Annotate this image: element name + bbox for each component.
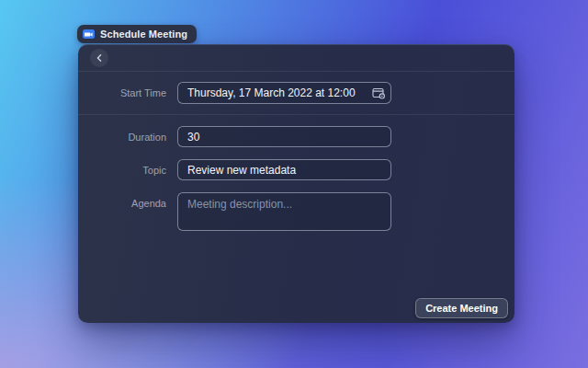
agenda-textarea[interactable] [177, 192, 391, 231]
schedule-meeting-dialog: Start Time Duration [78, 44, 514, 323]
start-time-input-wrap [177, 82, 391, 104]
chevron-left-icon [96, 54, 102, 62]
duration-input[interactable] [177, 126, 391, 147]
agenda-label: Agenda [78, 198, 177, 209]
dialog-header [78, 44, 514, 72]
window-title-tag: Schedule Meeting [77, 25, 197, 43]
agenda-row: Agenda [78, 192, 514, 231]
create-meeting-button[interactable]: Create Meeting [415, 298, 508, 318]
video-camera-icon [83, 29, 95, 39]
start-time-section: Start Time [78, 72, 514, 115]
start-time-label: Start Time [78, 87, 177, 98]
topic-row: Topic [78, 159, 514, 180]
start-time-row: Start Time [78, 82, 514, 104]
topic-label: Topic [78, 165, 177, 176]
back-button[interactable] [90, 49, 108, 67]
calendar-icon[interactable] [372, 87, 385, 99]
start-time-input[interactable] [177, 82, 391, 104]
dialog-body: Duration Topic Agenda [78, 115, 514, 231]
desktop-background: Schedule Meeting Start Time [0, 0, 588, 368]
duration-label: Duration [78, 132, 177, 143]
duration-row: Duration [78, 126, 514, 147]
window-title: Schedule Meeting [100, 29, 187, 40]
topic-input[interactable] [177, 159, 391, 180]
